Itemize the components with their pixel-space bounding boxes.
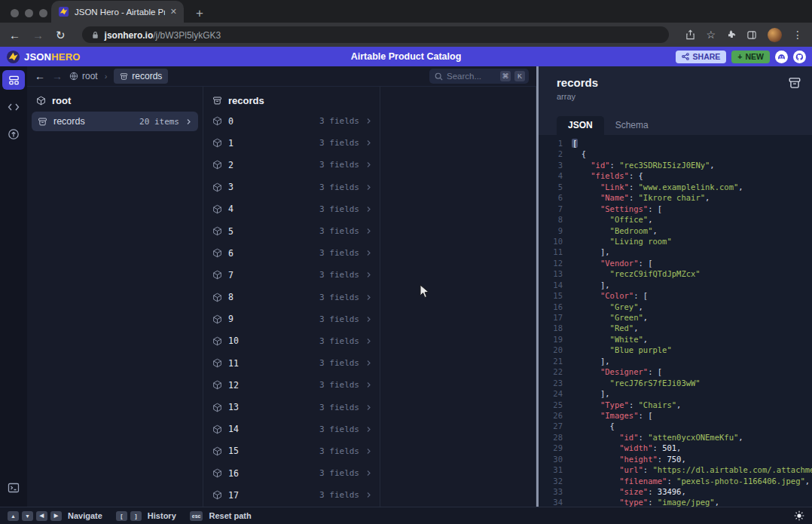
breadcrumb-records[interactable]: records <box>114 69 168 84</box>
tree-view-icon[interactable] <box>2 124 25 144</box>
list-item-1[interactable]: 13 fields <box>203 132 380 154</box>
list-item-13[interactable]: 133 fields <box>203 396 380 418</box>
list-item-0[interactable]: 03 fields <box>203 110 380 132</box>
list-item-3[interactable]: 33 fields <box>203 176 380 198</box>
share-page-icon[interactable] <box>685 29 695 40</box>
tab-schema[interactable]: Schema <box>604 116 660 135</box>
code-line: 18 "Red", <box>539 323 812 333</box>
list-item-2[interactable]: 23 fields <box>203 154 380 176</box>
json-code-viewer[interactable]: 1[2 {3 "id": "rec3SDRbI5izJ0ENy",4 "fiel… <box>539 135 812 507</box>
list-item-5[interactable]: 53 fields <box>203 220 380 242</box>
list-item-15[interactable]: 153 fields <box>203 440 380 462</box>
lock-icon <box>91 31 99 39</box>
cube-icon <box>212 380 222 390</box>
line-number: 34 <box>539 497 563 507</box>
item-label: 12 <box>228 380 239 391</box>
item-meta: 20 items <box>139 117 179 127</box>
breadcrumb-separator-icon: › <box>105 72 108 81</box>
cube-icon <box>36 96 46 106</box>
jsonhero-logo[interactable]: JSONHERO <box>6 50 81 64</box>
breadcrumb-root[interactable]: root <box>69 71 98 81</box>
list-item-8[interactable]: 83 fields <box>203 287 380 308</box>
new-button[interactable]: + NEW <box>731 51 770 63</box>
hint-label: History <box>148 511 176 520</box>
list-item-11[interactable]: 113 fields <box>203 352 380 374</box>
chevron-right-icon <box>185 118 192 125</box>
tab-close-icon[interactable]: ✕ <box>170 7 177 17</box>
chevron-right-icon <box>365 338 372 345</box>
chevron-right-icon <box>365 228 372 234</box>
list-item-16[interactable]: 163 fields <box>203 462 380 484</box>
inspector-type: array <box>557 92 797 101</box>
code-line: 22 "Designer": [ <box>539 366 812 377</box>
code-line: 14 ], <box>539 280 812 290</box>
list-item-4[interactable]: 43 fields <box>203 198 380 220</box>
tab-json[interactable]: JSON <box>557 116 604 135</box>
bookmark-star-icon[interactable]: ☆ <box>706 29 716 40</box>
extensions-puzzle-icon[interactable] <box>726 30 736 40</box>
browser-tabstrip: JSON Hero - Airtable Product C ✕ + <box>0 0 812 23</box>
new-tab-button[interactable]: + <box>196 7 203 20</box>
window-close-button[interactable] <box>11 9 19 17</box>
window-controls[interactable] <box>11 9 47 17</box>
column-view-icon[interactable] <box>2 70 25 90</box>
list-item-9[interactable]: 93 fields <box>203 308 380 330</box>
line-number: 5 <box>539 182 563 192</box>
code-line: 28 "id": "atten0ycxONEmeKfu", <box>539 432 812 443</box>
list-item-records[interactable]: records20 items <box>32 112 198 131</box>
browser-tab[interactable]: JSON Hero - Airtable Product C ✕ <box>51 1 184 23</box>
column-root: root records20 items <box>27 87 203 507</box>
line-number: 19 <box>539 334 563 345</box>
list-item-12[interactable]: 123 fields <box>203 374 380 396</box>
item-label: 17 <box>228 490 239 501</box>
window-minimize-button[interactable] <box>25 9 33 17</box>
side-panel-icon[interactable] <box>746 30 757 40</box>
item-label: records <box>53 116 85 127</box>
browser-menu-icon[interactable]: ⋮ <box>792 29 803 40</box>
statusbar-hint: []History <box>116 511 176 521</box>
code-line: 4 "fields": { <box>539 170 812 181</box>
github-icon[interactable] <box>793 51 806 63</box>
back-button[interactable]: ← <box>9 29 20 41</box>
code-view-icon[interactable] <box>2 97 25 117</box>
code-line: 31 "url": "https://dl.airtable.com/.atta… <box>539 464 812 475</box>
discord-icon[interactable] <box>775 51 788 63</box>
cube-icon <box>212 358 222 368</box>
status-bar: ▲▼◀▶Navigate[]HistoryescReset path <box>0 507 812 524</box>
code-line: 10 "Living room" <box>539 236 812 247</box>
search-input[interactable]: Search... ⌘ K <box>429 69 529 84</box>
window-maximize-button[interactable] <box>39 9 47 17</box>
list-item-14[interactable]: 143 fields <box>203 418 380 440</box>
line-number: 14 <box>539 280 563 290</box>
history-forward-icon[interactable]: → <box>52 71 63 81</box>
forward-button[interactable]: → <box>32 29 44 41</box>
code-line: 7 "Settings": [ <box>539 204 812 214</box>
line-number: 33 <box>539 486 563 497</box>
theme-toggle-sun-icon[interactable] <box>794 510 804 521</box>
cube-icon <box>212 490 222 500</box>
address-bar[interactable]: jsonhero.io/j/bW3Pl5lykGK3 <box>82 26 670 43</box>
tab-title: JSON Hero - Airtable Product C <box>75 8 165 17</box>
line-number: 1 <box>539 138 563 149</box>
item-label: 10 <box>228 336 239 346</box>
line-number: 8 <box>539 214 563 225</box>
list-item-17[interactable]: 173 fields <box>203 484 380 506</box>
profile-avatar[interactable] <box>768 28 782 42</box>
cube-icon <box>212 314 222 324</box>
list-item-6[interactable]: 63 fields <box>203 242 380 264</box>
plus-icon: + <box>737 52 742 61</box>
line-number: 6 <box>539 192 563 203</box>
list-item-10[interactable]: 103 fields <box>203 330 380 352</box>
reload-button[interactable]: ↻ <box>56 29 66 41</box>
jsonhero-favicon-icon <box>58 6 69 17</box>
item-meta: 3 fields <box>319 403 359 412</box>
history-back-icon[interactable]: ← <box>35 71 45 81</box>
chevron-right-icon <box>365 316 372 323</box>
terminal-icon[interactable] <box>2 478 25 498</box>
share-button[interactable]: SHARE <box>676 51 727 63</box>
hint-label: Navigate <box>68 511 102 520</box>
statusbar-hint: ▲▼◀▶Navigate <box>8 511 102 521</box>
list-item-7[interactable]: 73 fields <box>203 264 380 286</box>
line-number: 15 <box>539 290 563 301</box>
code-line: 24 ], <box>539 388 812 399</box>
